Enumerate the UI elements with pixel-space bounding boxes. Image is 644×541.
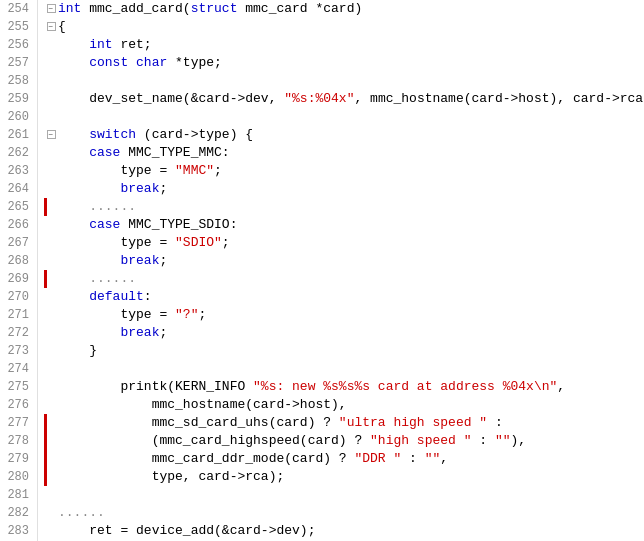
- fold-icon[interactable]: [44, 216, 58, 234]
- code-line: type, card->rca);: [44, 468, 644, 486]
- line-number: 274: [0, 360, 33, 378]
- code-line: type = "?";: [44, 306, 644, 324]
- token-plain: MMC_TYPE_SDIO:: [120, 217, 237, 232]
- token-str: "%s: new %s%s%s card at address %04x\n": [253, 379, 557, 394]
- line-number: 254: [0, 0, 33, 18]
- token-plain: *type;: [167, 55, 222, 70]
- token-plain: mmc_add_card(: [81, 1, 190, 16]
- line-number: 278: [0, 432, 33, 450]
- fold-icon[interactable]: [44, 396, 58, 414]
- fold-icon[interactable]: −: [44, 0, 58, 18]
- code-text: int mmc_add_card(struct mmc_card *card): [58, 0, 362, 18]
- token-str: "": [495, 433, 511, 448]
- code-line: type = "SDIO";: [44, 234, 644, 252]
- fold-icon[interactable]: [44, 306, 58, 324]
- fold-icon[interactable]: −: [44, 126, 58, 144]
- fold-icon[interactable]: [44, 36, 58, 54]
- line-number: 267: [0, 234, 33, 252]
- token-str: "?": [175, 307, 198, 322]
- fold-icon[interactable]: [44, 234, 58, 252]
- fold-icon[interactable]: [44, 504, 58, 522]
- code-text: ......: [58, 504, 105, 522]
- fold-icon[interactable]: [44, 360, 58, 378]
- token-kw: switch: [89, 127, 136, 142]
- line-number: 280: [0, 468, 33, 486]
- token-plain: mmc_sd_card_uhs(card) ?: [152, 415, 339, 430]
- token-kw: struct: [191, 1, 238, 16]
- line-number: 261: [0, 126, 33, 144]
- code-line: [44, 360, 644, 378]
- code-line: −int mmc_add_card(struct mmc_card *card): [44, 0, 644, 18]
- code-line: − switch (card->type) {: [44, 126, 644, 144]
- fold-icon[interactable]: [44, 378, 58, 396]
- code-text: case MMC_TYPE_MMC:: [58, 144, 230, 162]
- token-kw: break: [120, 181, 159, 196]
- token-dots: ......: [89, 271, 136, 286]
- token-kw: char: [136, 55, 167, 70]
- token-plain: }: [89, 343, 97, 358]
- token-kw: default: [89, 289, 144, 304]
- code-line: break;: [44, 180, 644, 198]
- code-text: type = "SDIO";: [58, 234, 230, 252]
- fold-icon[interactable]: [44, 108, 58, 126]
- line-number: 268: [0, 252, 33, 270]
- code-line: ......: [44, 198, 644, 216]
- code-text: int ret;: [58, 36, 152, 54]
- token-plain: ret = device_add(&card->dev);: [89, 523, 315, 538]
- code-editor: 2542552562572582592602612622632642652662…: [0, 0, 644, 541]
- line-number: 259: [0, 90, 33, 108]
- fold-icon[interactable]: [44, 288, 58, 306]
- line-number: 255: [0, 18, 33, 36]
- code-line: mmc_card_ddr_mode(card) ? "DDR " : "",: [44, 450, 644, 468]
- fold-icon[interactable]: [44, 72, 58, 90]
- code-text: ......: [58, 270, 136, 288]
- code-area[interactable]: −int mmc_add_card(struct mmc_card *card)…: [38, 0, 644, 541]
- code-text: (mmc_card_highspeed(card) ? "high speed …: [58, 432, 526, 450]
- code-text: dev_set_name(&card->dev, "%s:%04x", mmc_…: [58, 90, 644, 108]
- token-plain: type =: [120, 307, 175, 322]
- token-plain: :: [487, 415, 503, 430]
- token-plain: (mmc_card_highspeed(card) ?: [152, 433, 370, 448]
- line-number: 260: [0, 108, 33, 126]
- code-text: mmc_hostname(card->host),: [58, 396, 347, 414]
- token-plain: , mmc_hostname(card->host), card->rca);: [354, 91, 644, 106]
- fold-icon[interactable]: −: [44, 18, 58, 36]
- token-plain: :: [471, 433, 494, 448]
- token-str: "%s:%04x": [284, 91, 354, 106]
- token-str: "DDR ": [354, 451, 401, 466]
- diff-marker: [44, 414, 47, 432]
- line-number: 258: [0, 72, 33, 90]
- fold-icon[interactable]: [44, 342, 58, 360]
- fold-icon[interactable]: [44, 522, 58, 540]
- diff-marker: [44, 198, 47, 216]
- fold-icon[interactable]: [44, 90, 58, 108]
- fold-icon[interactable]: [44, 144, 58, 162]
- line-number: 264: [0, 180, 33, 198]
- token-plain: mmc_hostname(card->host),: [152, 397, 347, 412]
- token-plain: ;: [198, 307, 206, 322]
- fold-icon[interactable]: [44, 54, 58, 72]
- fold-icon[interactable]: [44, 162, 58, 180]
- token-kw: break: [120, 325, 159, 340]
- token-plain: ;: [214, 163, 222, 178]
- line-number: 269: [0, 270, 33, 288]
- fold-icon[interactable]: [44, 324, 58, 342]
- code-text: }: [58, 342, 97, 360]
- code-text: mmc_card_ddr_mode(card) ? "DDR " : "",: [58, 450, 448, 468]
- code-line: break;: [44, 324, 644, 342]
- fold-icon[interactable]: [44, 486, 58, 504]
- line-number: 282: [0, 504, 33, 522]
- token-plain: type =: [120, 235, 175, 250]
- token-plain: type, card->rca);: [152, 469, 285, 484]
- token-kw: case: [89, 145, 120, 160]
- token-plain: mmc_card *card): [237, 1, 362, 16]
- token-dots: ......: [89, 199, 136, 214]
- fold-icon[interactable]: [44, 180, 58, 198]
- line-number: 276: [0, 396, 33, 414]
- fold-icon[interactable]: [44, 252, 58, 270]
- code-line: dev_set_name(&card->dev, "%s:%04x", mmc_…: [44, 90, 644, 108]
- token-str: "SDIO": [175, 235, 222, 250]
- token-plain: [128, 55, 136, 70]
- code-text: printk(KERN_INFO "%s: new %s%s%s card at…: [58, 378, 565, 396]
- line-number: 257: [0, 54, 33, 72]
